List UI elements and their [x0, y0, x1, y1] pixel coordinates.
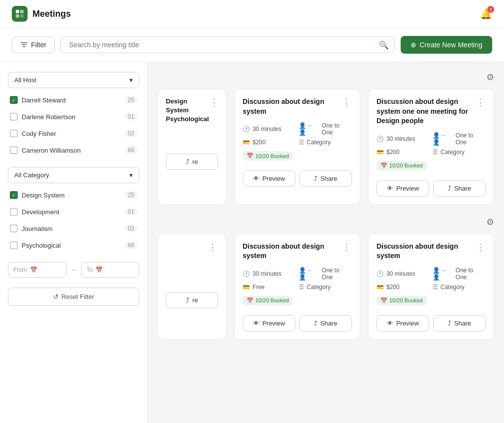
card-2-price: 💳 $200 [377, 149, 430, 156]
partial-card-share-button[interactable]: ⤴ re [166, 154, 218, 170]
preview-icon: 👁 [253, 320, 259, 327]
app-logo [12, 6, 28, 22]
category-dropdown[interactable]: All Category ▾ [8, 167, 139, 183]
date-to-input[interactable]: To 📅 [81, 262, 140, 278]
card-4-meta: 🕐 30 minutes 👤→👤 One to One 💳 $200 ☰ Cat… [377, 267, 486, 291]
card-4-menu-button[interactable]: ⋮ [475, 242, 486, 253]
card-1-share-label: Share [320, 175, 338, 182]
category-item-journalism: Journalism 02 [8, 222, 139, 235]
category-count-journalism: 02 [125, 225, 137, 232]
category-item-development: Development 01 [8, 205, 139, 219]
card-3-title: Discussion about design system [243, 242, 341, 261]
card-1-meeting-type: 👤→👤 One to One [299, 122, 352, 136]
partial-meeting-card-2: ⋮ ⤴ re [158, 233, 226, 340]
create-meeting-button[interactable]: ⊕ Create New Meeting [401, 36, 492, 54]
section-1-settings-button[interactable]: ⚙ [486, 72, 494, 83]
card-3-preview-label: Preview [262, 320, 285, 327]
clock-icon: 🕐 [243, 126, 250, 132]
section-2-header: ⚙ [158, 217, 494, 228]
partial-card-2-menu-button[interactable]: ⋮ [207, 242, 218, 253]
host-label-cody: Cody Fisher [22, 130, 56, 137]
card-2-share-label: Share [454, 185, 472, 192]
card-4-preview-button[interactable]: 👁 Preview [377, 315, 429, 331]
share-icon: ⤴ [448, 320, 451, 327]
card-3-category-text: Category [307, 284, 331, 291]
host-filter-section: All Host ▾ ✓ Darrell Steward 25 Darlene … [8, 72, 139, 157]
date-range-filter: From 📅 → To 📅 [8, 262, 139, 278]
card-2-preview-button[interactable]: 👁 Preview [377, 180, 429, 196]
toolbar: Filter 🔍 ⊕ Create New Meeting [0, 28, 504, 62]
host-checkbox-cameron[interactable] [10, 146, 18, 154]
page-title: Meetings [32, 9, 71, 19]
host-item-cameron: Cameron Williamson 66 [8, 143, 139, 157]
card-3-duration: 🕐 30 minutes [243, 267, 296, 281]
partial-share-label: re [192, 158, 198, 165]
category-checkbox-journalism[interactable] [10, 225, 18, 232]
partial-card-2-share-button[interactable]: ⤴ re [166, 292, 218, 308]
host-count-darlene: 01 [125, 113, 137, 121]
preview-icon: 👁 [253, 175, 259, 182]
card-1-menu-button[interactable]: ⋮ [341, 97, 352, 108]
notification-button[interactable]: 🔔 2 [480, 8, 492, 20]
preview-icon: 👁 [387, 320, 393, 327]
card-3-menu-button[interactable]: ⋮ [341, 242, 352, 253]
svg-rect-3 [20, 14, 24, 18]
search-input[interactable] [61, 36, 395, 53]
category-icon: ☰ [299, 139, 304, 146]
card-4-meeting-type: 👤→👤 One to One [433, 267, 486, 281]
card-4-share-button[interactable]: ⤴ Share [433, 315, 486, 331]
header: Meetings 🔔 2 [0, 0, 504, 28]
category-checkbox-psychological[interactable] [10, 241, 18, 249]
card-2-menu-button[interactable]: ⋮ [475, 97, 486, 108]
users-icon: 👤→👤 [299, 267, 319, 281]
card-2-header: Discussion about design system one one m… [377, 97, 486, 126]
chevron-down-icon: ▾ [129, 171, 133, 179]
card-1-duration: 🕐 30 minutes [243, 122, 296, 136]
host-label-darrell: Darrell Steward [22, 97, 66, 104]
clock-icon: 🕐 [377, 135, 384, 142]
card-4-category-text: Category [441, 284, 465, 291]
partial-card-menu-button[interactable]: ⋮ [209, 97, 220, 108]
host-filter-list: ✓ Darrell Steward 25 Darlene Robertson 0… [8, 93, 139, 157]
category-filter-section: All Category ▾ ✓ Design System 25 Develo… [8, 167, 139, 252]
section-2-settings-button[interactable]: ⚙ [486, 217, 494, 228]
card-3-type-text: One to One [322, 267, 352, 281]
category-checkbox-design[interactable]: ✓ [10, 191, 18, 199]
create-button-label: Create New Meeting [419, 41, 482, 49]
host-checkbox-cody[interactable] [10, 130, 18, 137]
card-3-share-button[interactable]: ⤴ Share [299, 315, 352, 331]
host-checkbox-darrell[interactable]: ✓ [10, 96, 18, 104]
card-4-duration: 🕐 30 minutes [377, 267, 430, 281]
card-3-category: ☰ Category [299, 284, 352, 291]
notification-badge: 2 [487, 6, 494, 13]
filter-button[interactable]: Filter [12, 36, 55, 53]
meeting-card-2: Discussion about design system one one m… [368, 89, 494, 205]
price-icon: 💳 [243, 284, 250, 291]
card-2-share-button[interactable]: ⤴ Share [433, 180, 486, 196]
reset-icon: ↺ [53, 293, 59, 300]
category-checkbox-development[interactable] [10, 208, 18, 216]
search-icon[interactable]: 🔍 [379, 40, 389, 50]
create-icon: ⊕ [410, 41, 416, 49]
card-1-meta: 🕐 30 minutes 👤→👤 One to One 💳 $200 ☰ Cat… [243, 122, 352, 146]
meeting-card-4: Discussion about design system ⋮ 🕐 30 mi… [368, 233, 494, 340]
category-count-psychological: 66 [125, 241, 137, 249]
card-1-preview-button[interactable]: 👁 Preview [243, 170, 295, 187]
card-1-share-button[interactable]: ⤴ Share [299, 170, 352, 187]
users-icon: 👤→👤 [433, 132, 453, 146]
arrow-icon: → [70, 266, 77, 274]
card-3-preview-button[interactable]: 👁 Preview [243, 315, 295, 331]
host-dropdown[interactable]: All Host ▾ [8, 72, 139, 88]
card-2-type-text: One to One [456, 132, 486, 146]
from-label: From [13, 266, 27, 273]
reset-filter-button[interactable]: ↺ Reset Filter [8, 288, 139, 306]
share-icon: ⤴ [314, 175, 317, 182]
card-4-title: Discussion about design system [377, 242, 475, 261]
category-icon: ☰ [433, 284, 438, 291]
category-item-psychological: Psychological 66 [8, 238, 139, 252]
to-label: To [87, 266, 93, 273]
host-checkbox-darlene[interactable] [10, 113, 18, 121]
date-from-input[interactable]: From 📅 [8, 262, 66, 278]
host-item-darlene: Darlene Robertson 01 [8, 110, 139, 124]
card-2-preview-label: Preview [396, 185, 419, 192]
